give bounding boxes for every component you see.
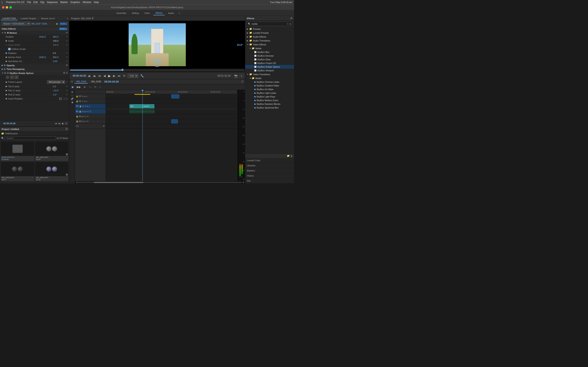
v3-lock-icon[interactable]: 🔒	[76, 95, 78, 98]
tree-audio-transitions[interactable]: ▶ 📁 Audio Transitions	[245, 39, 294, 42]
skybox-section[interactable]: ▼ fx ⊕ SkyBox Rotate Sphere ⎘ ↺	[0, 71, 69, 75]
tl-scroll-right[interactable]: ⊕	[242, 181, 244, 184]
monitor-step-back[interactable]: ⏮	[98, 74, 101, 77]
motion-section[interactable]: ▼ fx ⊕ Motion ↺	[0, 31, 69, 35]
roll-value[interactable]: 1.0°	[53, 93, 65, 96]
v2-lock-icon[interactable]: 🔒	[76, 100, 78, 102]
menu-graphics[interactable]: Graphics	[70, 1, 80, 4]
tree-skybox-project2d[interactable]: ⬜ SkyBox Project 2D	[245, 61, 294, 65]
tl-snap[interactable]: ⊕	[71, 91, 73, 93]
panel-expand-icon[interactable]: »	[67, 17, 68, 20]
anchor-reset[interactable]: ↺	[66, 56, 68, 58]
v1-target[interactable]: V1	[82, 105, 84, 107]
anchor-x[interactable]: 1920.0	[39, 56, 51, 58]
skybox-copy-icon[interactable]: ⎘	[64, 72, 65, 74]
opacity-reset[interactable]: ↺	[66, 64, 68, 67]
program-monitor-menu[interactable]: ☰	[92, 17, 94, 20]
timeline-close[interactable]: ✕	[71, 80, 73, 83]
effects-search-input[interactable]	[251, 23, 286, 25]
search-clear-icon[interactable]: ✕	[287, 23, 289, 25]
tilt-reset[interactable]: ↺	[66, 85, 68, 87]
tree-presets[interactable]: ▶ 📁 Presets	[245, 27, 294, 31]
position-reset[interactable]: ↺	[66, 35, 68, 38]
a3-record[interactable]: 🎙	[87, 120, 89, 122]
menu-marker[interactable]: Marker	[60, 1, 68, 4]
pan-value[interactable]: -13.0°	[53, 89, 65, 92]
timeline-scrollbar[interactable]: ⊕ ⊕	[75, 181, 245, 184]
tl-scrollbar-thumb[interactable]	[94, 182, 143, 183]
master-clip-select[interactable]: Master * 0104-biketh...	[2, 22, 30, 26]
square-button[interactable]: □	[10, 75, 14, 79]
markers-item[interactable]: Markers	[245, 168, 294, 173]
a2-sync[interactable]: ◈	[82, 116, 83, 117]
tree-mettle-vt[interactable]: ▼ 📁 Mettle	[245, 76, 294, 80]
tree-skybox-iris[interactable]: ◼ SkyBox Iris Wipe	[245, 87, 294, 91]
project-item-0092[interactable]: ⊞ 360_0092.MP4 16:26	[35, 162, 69, 181]
a2-solo[interactable]: S	[85, 116, 87, 117]
master-flag[interactable]: ⚑	[103, 125, 105, 127]
ec-add-keyframe[interactable]: ◆	[62, 122, 64, 125]
scale-reset[interactable]: ↺	[66, 40, 68, 42]
a1-target[interactable]: A1	[82, 110, 84, 113]
scale-value[interactable]: 100.0	[53, 40, 65, 42]
monitor-settings[interactable]: 🔧	[140, 74, 144, 77]
tilt-value[interactable]: 0.0	[53, 85, 65, 88]
project-menu-icon[interactable]: ☰	[65, 128, 68, 130]
a1-sync[interactable]: ◈	[84, 110, 86, 113]
pan-expand[interactable]: ▶	[6, 89, 7, 92]
monitor-loop[interactable]: ⟳	[123, 74, 126, 77]
apple-menu-icon[interactable]: 	[2, 1, 3, 4]
libraries-item[interactable]: Libraries	[245, 163, 294, 168]
tool-slip[interactable]: ↕	[99, 85, 102, 89]
tree-video-effects[interactable]: ▼ 📁 Video Effects	[245, 42, 294, 46]
skybox-reset-icon[interactable]: ↺	[66, 72, 68, 74]
a1-mute[interactable]: M	[86, 110, 88, 113]
monitor-next-frame[interactable]: ▶	[113, 74, 116, 77]
menu-window[interactable]: Window	[83, 1, 91, 4]
monitor-add-button[interactable]: +	[240, 74, 243, 78]
info-item[interactable]: Info	[245, 178, 294, 184]
rotate-control[interactable]	[154, 61, 160, 67]
menu-sequence[interactable]: Sequence	[47, 1, 58, 4]
a3-solo[interactable]: S	[85, 120, 87, 122]
a1-solo[interactable]: S	[88, 110, 89, 113]
a1-waveform[interactable]	[129, 109, 154, 113]
timeline-tab-0106[interactable]: 360_0106	[89, 80, 103, 83]
v1-name[interactable]: V1	[76, 105, 78, 107]
project-item-folder[interactable]: RAW UNSTITC... 54 Items	[1, 142, 34, 161]
window-controls[interactable]	[2, 6, 12, 8]
position-x[interactable]: 1920.0	[39, 35, 51, 38]
antiflicker-expand[interactable]: ▶	[6, 60, 7, 63]
a1-lock[interactable]: 🔒	[79, 110, 81, 113]
a3-mute[interactable]: M	[83, 120, 85, 122]
time-remap-section[interactable]: ▶ fx Time Remapping	[0, 67, 69, 71]
tl-ripple[interactable]: ↔	[71, 94, 73, 97]
tree-skybox-light-rays[interactable]: ◼ SkyBox Light Rays	[245, 95, 294, 99]
tl-scroll-left[interactable]: ⊕	[76, 181, 78, 184]
tree-skybox-denoise[interactable]: ⬜ SkyBox Denoise	[245, 54, 294, 58]
anchor-y[interactable]: 960.0	[53, 56, 65, 58]
tree-skybox-chroma[interactable]: ◼ SkyBox Chroma Leaks	[245, 80, 294, 84]
tree-audio-effects[interactable]: ▶ 📁 Audio Effects	[245, 35, 294, 39]
tl-add-markers[interactable]: ◆	[72, 101, 73, 104]
v1-lock-icon[interactable]: 🔒	[79, 105, 81, 107]
tool-razor[interactable]: ✂	[94, 85, 97, 89]
tree-lumetri-presets[interactable]: ▶ 📁 Lumetri Presets	[245, 31, 294, 35]
tree-skybox-mobius[interactable]: ◼ SkyBox Mobius Zoom	[245, 99, 294, 102]
roll-reset[interactable]: ↺	[66, 93, 68, 96]
frame-layout-reset[interactable]: ↺	[66, 81, 68, 83]
tab-audio[interactable]: Audio	[166, 11, 176, 15]
pan-reset[interactable]: ↺	[66, 89, 68, 92]
invert-expand[interactable]: ▶	[6, 97, 7, 100]
uniform-scale-checkbox[interactable]	[8, 48, 11, 50]
tab-assembly[interactable]: Assembly	[114, 11, 129, 15]
rotation-reset[interactable]: ↺	[66, 52, 68, 54]
a2-mute[interactable]: M	[83, 116, 85, 117]
ec-next-frame[interactable]: ⏭	[58, 122, 61, 125]
more-tabs-icon[interactable]: »	[179, 12, 180, 14]
motion-reset[interactable]: ↺	[66, 32, 68, 34]
ec-clip-name[interactable]: 360_0104 * 0104...	[31, 23, 48, 25]
v2-visibility[interactable]: 👁	[82, 100, 84, 102]
tree-skybox-random[interactable]: ◼ SkyBox Random Blocks	[245, 102, 294, 106]
tab-editing[interactable]: Editing	[129, 11, 141, 15]
